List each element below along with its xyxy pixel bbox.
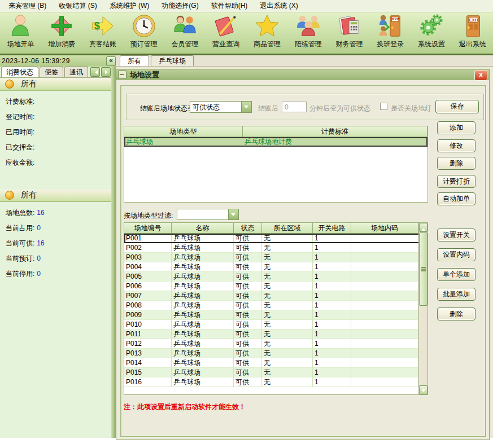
coaches-icon [295,13,321,39]
table-row[interactable]: P014乒乓球场可供无1 [124,358,427,368]
left-panel-tab[interactable]: 通讯 [64,67,88,77]
menu-item[interactable]: 退出系统 (X) [254,0,304,12]
table-cell: 乒乓球场 [172,272,234,282]
table-row[interactable]: P012乒乓球场可供无1 [124,339,427,349]
table-row[interactable]: P013乒乓球场可供无1 [124,349,427,358]
table-cell: 无 [262,301,313,310]
field-label: 当前占用: [6,224,34,232]
venue-button-批量添加[interactable]: 批量添加 [437,288,475,301]
chevron-down-icon[interactable] [228,209,238,219]
toolbar-item-陪练管理[interactable]: 陪练管理 [287,12,329,54]
toolbar-item-预订管理[interactable]: 预订管理 [123,12,164,54]
table-row[interactable]: P006乒乓球场可供无1 [124,282,427,291]
type-button-计费打折[interactable]: 计费打折 [437,175,475,188]
column-header[interactable]: 场地编号 [124,223,172,233]
table-row[interactable]: P008乒乓球场可供无1 [124,301,427,310]
toolbar-item-label: 商品管理 [254,39,281,49]
table-row[interactable]: P007乒乓球场可供无1 [124,291,427,301]
chevron-down-icon[interactable] [241,102,251,112]
dialog-title-bar[interactable]: 场地设置 [116,69,489,80]
column-header[interactable]: 场地内码 [351,223,418,233]
venue-button-设置内码[interactable]: 设置内码 [437,248,475,261]
venue-button-单个添加[interactable]: 单个添加 [437,268,475,281]
table-row[interactable]: P001乒乓球场可供无1 [124,234,427,243]
column-header[interactable]: 状态 [234,223,262,233]
tab-scroll-right-icon[interactable] [101,67,111,77]
column-header[interactable]: 名称 [172,223,234,233]
table-row[interactable]: P005乒乓球场可供无1 [124,272,427,282]
venue-list-table[interactable]: 场地编号名称状态所在区域开关电路场地内码P001乒乓球场可供无1P002乒乓球场… [124,222,428,395]
scroll-up-icon[interactable] [419,223,427,232]
table-row[interactable]: P010乒乓球场可供无1 [124,320,427,330]
toolbar-item-商品管理[interactable]: 商品管理 [247,12,288,54]
field-value: 0 [37,224,41,232]
type-button-添加[interactable]: 添加 [437,121,475,134]
venue-type-table[interactable]: 场地类型计费标准乒乓球场乒乓球场地计费 [124,126,428,203]
collapse-panel-button[interactable]: « [106,56,116,66]
table-row[interactable]: P015乒乓球场可供无1 [124,368,427,377]
toolbar-item-增加消费[interactable]: 增加消费 [41,12,82,54]
toolbar-item-财务管理[interactable]: 财务管理 [329,12,370,54]
type-button-修改[interactable]: 修改 [437,139,475,152]
table-cell: 1 [313,272,351,282]
vertical-scrollbar[interactable] [418,223,427,394]
menu-item[interactable]: 软件帮助(H) [205,0,254,12]
minutes-input[interactable]: 0 [282,102,307,112]
left-panel-tab[interactable]: 便签 [40,67,63,77]
finance-icon [336,13,362,39]
venue-button-删除[interactable]: 删除 [437,308,475,320]
table-cell: 可供 [234,339,262,349]
field-label: 计费标准: [6,98,34,106]
menu-item[interactable]: 功能选择(G) [155,0,204,12]
save-button[interactable]: 保存 [435,100,479,113]
scrollbar-thumb[interactable] [419,232,427,306]
column-header[interactable]: 所在区域 [262,223,313,233]
table-cell: 1 [313,377,351,387]
table-cell [351,234,418,243]
table-cell: 乒乓球场 [172,330,234,339]
field-value: 0 [37,254,41,262]
clock-icon [131,13,157,39]
table-row[interactable]: P003乒乓球场可供无1 [124,253,427,262]
table-cell: 1 [313,243,351,253]
info-field: 当前占用:0 [6,223,41,233]
table-cell: 乒乓球场 [172,368,234,377]
left-panel-tab[interactable]: 消费状态 [1,67,38,77]
table-row[interactable]: P002乒乓球场可供无1 [124,243,427,253]
table-cell: 乒乓球场 [172,262,234,272]
view-tab[interactable]: 乒乓球场 [151,55,194,66]
menu-item[interactable]: 收银结算 (S) [53,0,103,12]
column-header[interactable]: 开关电路 [313,223,351,233]
type-button-删除[interactable]: 删除 [437,157,475,170]
table-row[interactable]: P016乒乓球场可供无1 [124,377,427,387]
menu-bar: 来宾管理 (B)收银结算 (S)系统维护 (W)功能选择(G)软件帮助(H)退出… [0,0,493,12]
column-header[interactable]: 计费标准 [243,126,427,137]
table-cell: 乒乓球场 [172,377,234,387]
toolbar-item-会员管理[interactable]: 会员管理 [164,12,206,54]
table-cell: 乒乓球场 [172,349,234,358]
info-field: 当前可供:16 [6,239,45,248]
venue-button-设置开关[interactable]: 设置开关 [437,229,475,241]
toolbar-item-营业查询[interactable]: 营业查询 [206,12,247,54]
toolbar-item-系统设置[interactable]: 系统设置 [411,12,452,54]
lights-off-checkbox[interactable] [380,103,387,110]
toolbar-item-宾客结账[interactable]: $宾客结账 [82,12,124,54]
menu-item[interactable]: 来宾管理 (B) [2,0,53,12]
menu-item[interactable]: 系统维护 (W) [103,0,156,12]
scroll-down-icon[interactable] [419,385,427,394]
tab-scroll-left-icon[interactable] [90,67,100,77]
type-filter-value [177,209,228,219]
table-row[interactable]: P004乒乓球场可供无1 [124,262,427,272]
toolbar-item-换班登录[interactable]: EXIT换班登录 [370,12,411,54]
status-dropdown[interactable]: 可供状态 [190,101,252,113]
table-row[interactable]: P011乒乓球场可供无1 [124,330,427,339]
table-row[interactable]: 乒乓球场乒乓球场地计费 [124,137,427,147]
column-header[interactable]: 场地类型 [124,126,243,137]
close-icon[interactable]: X [474,70,487,81]
toolbar-item-退出系统[interactable]: EXIT退出系统 [452,12,493,54]
toolbar-item-场地开单[interactable]: 场地开单 [0,12,41,54]
table-row[interactable]: P009乒乓球场可供无1 [124,310,427,320]
type-filter-dropdown[interactable] [177,209,239,220]
view-tab[interactable]: 所有 [120,55,149,66]
type-button-自动加单[interactable]: 自动加单 [437,192,475,205]
